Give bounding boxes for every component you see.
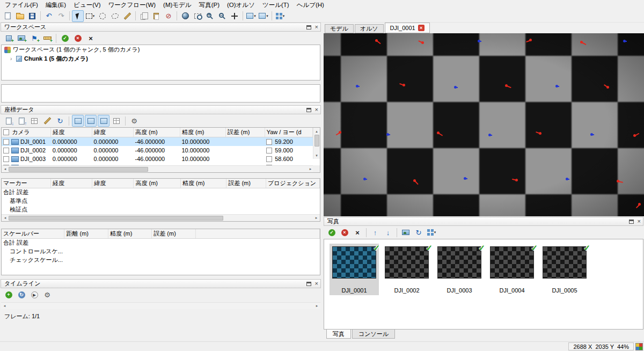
scalebar-table-column-header[interactable]: 誤差 (m) xyxy=(152,229,195,239)
yaw-checkbox[interactable] xyxy=(266,156,272,162)
show-photos-pane-icon[interactable]: ▾ xyxy=(258,10,269,22)
toggle-errors-icon[interactable] xyxy=(98,115,109,127)
camera-column-header[interactable]: 精度 (m) xyxy=(180,128,225,137)
tree-root-row[interactable]: ワークスペース (1 個のチャンク, 5 個のカメラ) xyxy=(2,45,320,54)
camera-horizontal-scrollbar[interactable]: ◂ ▸ xyxy=(2,165,314,172)
camera-vertical-scrollbar[interactable]: ▴ ▾ xyxy=(313,128,320,159)
camera-checkbox[interactable] xyxy=(3,156,9,162)
paste-icon[interactable] xyxy=(150,10,162,22)
menu-model[interactable]: (M)モデル xyxy=(159,1,195,10)
marker-table-column-header[interactable]: 緯度 xyxy=(92,179,134,188)
new-document-icon[interactable] xyxy=(2,10,13,22)
select-all-checkbox[interactable] xyxy=(3,129,9,135)
zoom-in-icon[interactable] xyxy=(204,10,216,22)
remove-photo-icon[interactable]: × xyxy=(352,226,363,238)
scroll-right-icon[interactable]: ▸ xyxy=(313,303,320,310)
camera-column-header[interactable]: 経度 xyxy=(51,128,92,137)
menu-help[interactable]: ヘルプ(H) xyxy=(293,1,328,10)
scalebar-table-column-header[interactable]: スケールバー xyxy=(2,229,64,239)
add-marker-icon[interactable]: ⚑+ xyxy=(28,32,40,44)
color-profile-icon[interactable] xyxy=(635,343,643,350)
camera-column-header[interactable]: 緯度 xyxy=(92,128,134,137)
photo-thumbnail[interactable]: ✓DJI_0003 xyxy=(435,244,484,295)
copy-icon[interactable] xyxy=(138,10,150,22)
scrollbar-thumb[interactable] xyxy=(9,216,223,221)
yaw-checkbox[interactable] xyxy=(266,148,272,153)
menu-file[interactable]: ファイル(F) xyxy=(1,1,42,10)
tab-dji-0001[interactable]: DJI_0001× xyxy=(385,23,430,33)
scroll-up-icon[interactable]: ▴ xyxy=(313,128,320,135)
circle-selection-icon[interactable] xyxy=(97,10,108,22)
close-panel-icon[interactable]: × xyxy=(315,281,318,287)
thumbnail-size-icon[interactable]: ▾ xyxy=(426,226,437,238)
camera-table-row[interactable]: DJI_00010.0000000.000000-46.00000010.000… xyxy=(2,137,313,146)
camera-table-row[interactable]: DJI_00030.0000000.000000-46.00000010.000… xyxy=(2,155,313,163)
timeline-settings-icon[interactable]: ⚙ xyxy=(41,289,53,301)
camera-checkbox[interactable] xyxy=(3,148,9,153)
toggle-source-values-icon[interactable] xyxy=(72,115,84,127)
import-reference-icon[interactable]: ↓ xyxy=(3,115,14,127)
close-panel-icon[interactable]: × xyxy=(638,218,641,224)
photo-thumbnail[interactable]: ✓DJI_0005 xyxy=(540,244,589,295)
tab-close-icon[interactable]: × xyxy=(418,25,425,31)
navigation-sphere-icon[interactable] xyxy=(179,10,191,22)
toggle-columns-icon[interactable] xyxy=(111,115,122,127)
preview-photo-icon[interactable] xyxy=(400,226,412,238)
marker-table-column-header[interactable]: プロジェクション xyxy=(266,179,319,188)
marker-table-row[interactable]: 基準点 xyxy=(2,197,320,206)
tab-console[interactable]: コンソール xyxy=(352,330,395,339)
rect-selection-icon[interactable]: ▾ xyxy=(84,10,96,22)
marker-table-column-header[interactable]: 経度 xyxy=(50,179,92,188)
menu-photo[interactable]: 写真(P) xyxy=(195,1,223,10)
scalebar-table-row[interactable]: 合計 誤差 xyxy=(2,239,320,247)
marker-table-column-header[interactable]: マーカー xyxy=(2,179,50,188)
close-panel-icon[interactable]: × xyxy=(315,24,318,30)
undo-icon[interactable]: ↶ xyxy=(43,10,55,22)
camera-column-header[interactable]: 高度 (m) xyxy=(134,128,180,137)
export-reference-icon[interactable]: ↑ xyxy=(16,115,27,127)
expand-chevron-icon[interactable]: › xyxy=(10,56,14,62)
scrollbar-thumb[interactable] xyxy=(9,167,148,172)
menu-workflow[interactable]: ワークフロー(W) xyxy=(104,1,159,10)
add-scalebar-icon[interactable]: + xyxy=(41,32,53,44)
marker-table-column-header[interactable]: 高度 (m) xyxy=(134,179,180,188)
convert-reference-icon[interactable] xyxy=(28,115,40,127)
scalebar-table-row[interactable]: コントロールスケ... xyxy=(2,247,320,256)
marker-table-row[interactable]: 検証点 xyxy=(2,206,320,214)
scroll-down-icon[interactable]: ▾ xyxy=(313,152,320,159)
scalebar-table-column-header[interactable] xyxy=(195,229,319,239)
disable-photo-icon[interactable]: × xyxy=(339,226,350,238)
tab-photos[interactable]: 写真 xyxy=(326,330,351,339)
photo-viewer[interactable] xyxy=(324,33,644,216)
menu-view[interactable]: ビュー(V) xyxy=(70,1,104,10)
scroll-left-icon[interactable]: ◂ xyxy=(2,215,9,222)
move-view-icon[interactable] xyxy=(229,10,240,22)
scroll-right-icon[interactable]: ▸ xyxy=(313,215,320,222)
tab-model[interactable]: モデル xyxy=(325,24,354,33)
toggle-estimated-values-icon[interactable] xyxy=(85,115,97,127)
float-panel-icon[interactable] xyxy=(306,25,311,30)
camera-table-row[interactable]: DJI_00020.0000000.000000-46.00000010.000… xyxy=(2,146,313,155)
window-layout-icon[interactable]: ▾ xyxy=(274,10,286,22)
scroll-left-icon[interactable]: ◂ xyxy=(1,303,8,310)
float-panel-icon[interactable] xyxy=(629,220,634,224)
scroll-left-icon[interactable]: ◂ xyxy=(2,166,9,173)
add-frame-icon[interactable]: + xyxy=(3,289,14,301)
play-timeline-icon[interactable]: ▶ xyxy=(28,289,40,301)
scalebar-table-column-header[interactable]: 精度 (m) xyxy=(108,229,151,239)
show-reference-pane-icon[interactable]: ▾ xyxy=(245,10,257,22)
workspace-tree[interactable]: ワークスペース (1 個のチャンク, 5 個のカメラ) › Chunk 1 (5… xyxy=(1,45,320,81)
ruler-icon[interactable] xyxy=(121,10,133,22)
menu-ortho[interactable]: (O)オルソ xyxy=(223,1,259,10)
float-panel-icon[interactable] xyxy=(306,108,311,112)
marker-table-column-header[interactable]: 誤差 (m) xyxy=(226,179,266,188)
marker-table-row[interactable]: 合計 誤差 xyxy=(2,188,320,197)
enable-photo-icon[interactable]: ✓ xyxy=(326,226,338,238)
add-photos-icon[interactable]: + xyxy=(16,32,27,44)
marker-table-column-header[interactable]: 精度 (m) xyxy=(180,179,226,188)
photo-thumbnail[interactable]: ✓DJI_0004 xyxy=(487,244,537,295)
update-transform-icon[interactable]: ↻ xyxy=(54,115,66,127)
sort-ascending-icon[interactable]: ↑ xyxy=(369,226,381,238)
scalebar-table-column-header[interactable]: 距離 (m) xyxy=(64,229,108,239)
optimize-cameras-icon[interactable] xyxy=(41,115,53,127)
